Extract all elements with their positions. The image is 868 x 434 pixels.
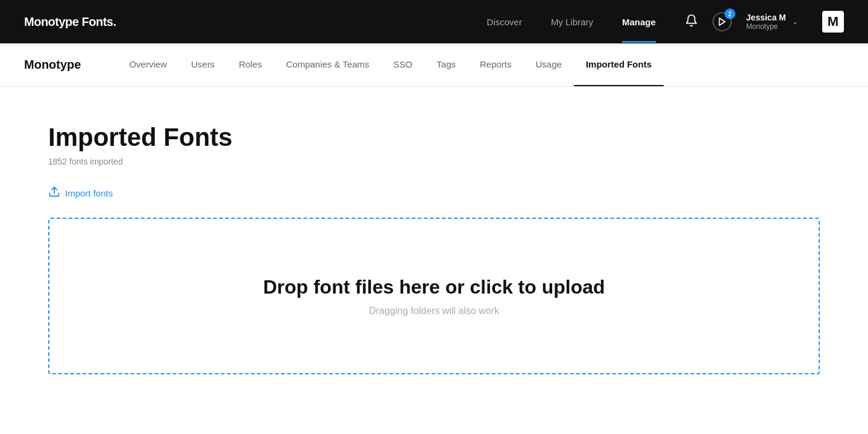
user-info[interactable]: Jessica M Monotype ⌄ (746, 13, 798, 31)
monotype-m-logo: M (822, 11, 844, 33)
drop-zone-title: Drop font files here or click to upload (263, 276, 605, 298)
svg-marker-0 (719, 18, 725, 25)
tab-users[interactable]: Users (179, 43, 227, 86)
tab-companies-teams[interactable]: Companies & Teams (274, 43, 381, 86)
import-fonts-button[interactable]: Import fonts (48, 186, 113, 201)
user-text: Jessica M Monotype (746, 13, 786, 31)
activity-badge: 2 (725, 8, 735, 19)
top-nav-actions: 2 Jessica M Monotype ⌄ M (685, 11, 844, 33)
chevron-down-icon: ⌄ (792, 17, 798, 26)
top-nav-logo: Monotype Fonts. (24, 15, 116, 29)
main-content: Imported Fonts 1852 fonts imported Impor… (0, 87, 868, 398)
top-nav-links: Discover My Library Manage (487, 17, 656, 27)
nav-link-discover[interactable]: Discover (487, 17, 522, 27)
secondary-navigation: Monotype Overview Users Roles Companies … (0, 43, 868, 87)
page-subtitle: 1852 fonts imported (48, 157, 820, 166)
page-title: Imported Fonts (48, 123, 820, 152)
activity-icon-wrap[interactable]: 2 (712, 12, 732, 31)
drop-zone[interactable]: Drop font files here or click to upload … (48, 218, 820, 374)
secondary-nav-links: Overview Users Roles Companies & Teams S… (117, 43, 664, 86)
tab-roles[interactable]: Roles (227, 43, 274, 86)
secondary-nav-logo: Monotype (24, 58, 81, 72)
nav-link-manage[interactable]: Manage (622, 17, 656, 27)
tab-imported-fonts[interactable]: Imported Fonts (574, 43, 664, 86)
drop-zone-subtitle: Dragging folders will also work (369, 306, 499, 316)
top-navigation: Monotype Fonts. Discover My Library Mana… (0, 0, 868, 43)
tab-reports[interactable]: Reports (468, 43, 524, 86)
upload-icon (48, 186, 60, 201)
nav-link-my-library[interactable]: My Library (551, 17, 593, 27)
notification-bell-icon[interactable] (685, 14, 698, 30)
tab-usage[interactable]: Usage (524, 43, 574, 86)
tab-overview[interactable]: Overview (117, 43, 179, 86)
tab-tags[interactable]: Tags (424, 43, 468, 86)
user-name: Jessica M (746, 13, 786, 22)
import-fonts-label: Import fonts (65, 188, 113, 198)
tab-sso[interactable]: SSO (382, 43, 425, 86)
user-org: Monotype (746, 22, 786, 31)
